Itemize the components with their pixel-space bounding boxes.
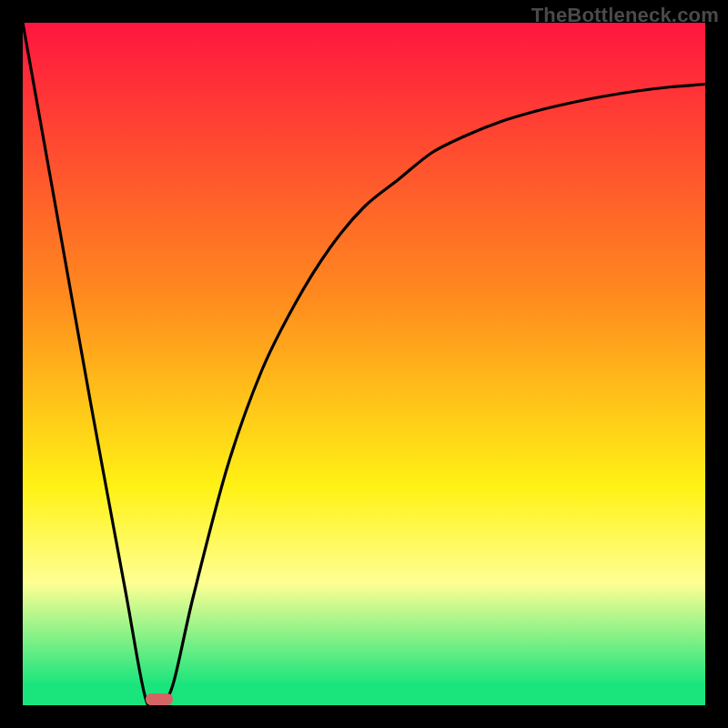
watermark-text: TheBottleneck.com xyxy=(531,4,719,27)
bottleneck-chart xyxy=(23,23,705,705)
gradient-background xyxy=(23,23,705,705)
optimal-marker xyxy=(146,693,173,705)
chart-frame xyxy=(23,23,705,705)
